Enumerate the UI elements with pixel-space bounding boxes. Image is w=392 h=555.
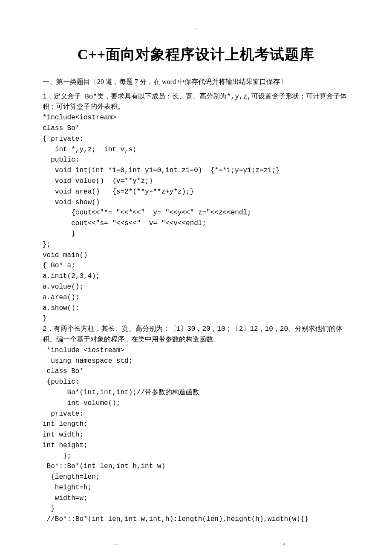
question-2-code: *include <iostream> using namespace std;… <box>43 345 349 525</box>
footer-right: z <box>283 541 285 546</box>
document-page: - C++面向对象程序设计上机考试题库 一、第一类题目〔20 道，每题 7 分，… <box>0 0 392 555</box>
question-1-code: *include<iostream> class Bo* { private: … <box>43 113 349 324</box>
section-header: 一、第一类题目〔20 道，每题 7 分，在 word 中保存代码并将输出结果窗口… <box>43 76 349 87</box>
footer-left: . . <box>115 541 118 546</box>
document-title: C++面向对象程序设计上机考试题库 <box>43 45 349 64</box>
question-2-intro: 2．有两个长方柱，其长、宽、高分别为：〔1〕30，20，10；〔2〕12，10，… <box>43 324 349 345</box>
header-mark: - <box>43 26 349 32</box>
question-1-intro: 1．定义盒子 Bo*类，要求具有以下成员：长、宽、高分别为*,y,z,可设置盒子… <box>43 92 349 113</box>
